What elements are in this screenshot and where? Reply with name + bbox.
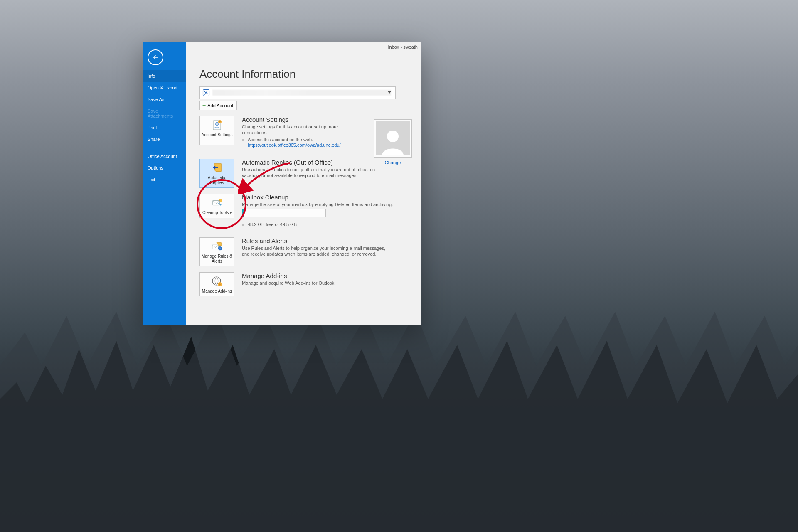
sidebar-item-office-account[interactable]: Office Account	[143, 150, 186, 162]
page-title: Account Information	[200, 68, 413, 81]
account-dropdown[interactable]	[200, 86, 396, 99]
main-panel: Account Information + Add Account	[186, 42, 421, 325]
add-account-button[interactable]: + Add Account	[200, 101, 237, 110]
section-mailbox-cleanup: Cleanup Tools ▾ Mailbox Cleanup Manage t…	[200, 194, 413, 232]
storage-bar	[242, 209, 326, 217]
outlook-backstage-window: Inbox - sweath Info Open & Export Save A…	[143, 42, 421, 325]
sidebar-item-save-attachments: Save Attachments	[143, 105, 186, 122]
addins-desc: Manage and acquire Web Add-ins for Outlo…	[242, 280, 413, 286]
account-settings-desc: Change settings for this account or set …	[242, 124, 350, 135]
sidebar-item-print[interactable]: Print	[143, 122, 186, 133]
manage-addins-button[interactable]: Manage Add-ins	[200, 272, 234, 296]
avatar-placeholder	[376, 121, 410, 155]
sidebar-item-exit[interactable]: Exit	[143, 174, 186, 185]
exchange-icon	[202, 89, 210, 96]
sidebar-separator	[148, 148, 181, 148]
addins-icon	[211, 276, 223, 287]
section-manage-addins: Manage Add-ins Manage Add-ins Manage and…	[200, 272, 413, 296]
sidebar-item-open-export[interactable]: Open & Export	[143, 82, 186, 94]
addins-title: Manage Add-ins	[242, 272, 413, 279]
rules-alerts-desc: Use Rules and Alerts to help organize yo…	[242, 245, 392, 257]
backstage-sidebar: Info Open & Export Save As Save Attachme…	[143, 42, 186, 325]
sidebar-menu-upper: Info Open & Export Save As Save Attachme…	[143, 70, 186, 185]
storage-used-fill	[242, 209, 244, 217]
change-photo-link[interactable]: Change	[374, 160, 412, 165]
avatar-frame	[374, 119, 412, 158]
automatic-replies-desc: Use automatic replies to notify others t…	[242, 167, 392, 178]
storage-text: 48.2 GB free of 49.5 GB	[248, 222, 413, 227]
manage-rules-button[interactable]: Manage Rules & Alerts	[200, 237, 234, 266]
account-avatar-block: Change	[374, 119, 412, 165]
add-account-label: Add Account	[207, 103, 233, 108]
account-email-redacted	[212, 90, 391, 96]
account-settings-icon	[211, 119, 223, 131]
account-settings-title: Account Settings	[242, 116, 350, 123]
person-icon	[378, 126, 408, 155]
back-button[interactable]	[148, 49, 163, 65]
rules-alerts-icon	[211, 241, 223, 252]
section-rules-alerts: Manage Rules & Alerts Rules and Alerts U…	[200, 237, 413, 266]
automatic-replies-button[interactable]: Automatic Replies	[200, 159, 234, 188]
mailbox-cleanup-desc: Manage the size of your mailbox by empty…	[242, 202, 413, 207]
automatic-replies-title: Automatic Replies (Out of Office)	[242, 159, 392, 166]
sidebar-item-info[interactable]: Info	[143, 70, 186, 82]
svg-point-3	[215, 122, 219, 126]
cleanup-tools-button[interactable]: Cleanup Tools ▾	[200, 194, 234, 218]
mailbox-cleanup-title: Mailbox Cleanup	[242, 194, 413, 201]
back-arrow-icon	[152, 54, 159, 61]
owa-link[interactable]: https://outlook.office365.com/owa/ad.unc…	[248, 142, 350, 148]
desktop-background: Inbox - sweath Info Open & Export Save A…	[0, 0, 798, 532]
account-settings-button[interactable]: Account Settings ▾	[200, 116, 234, 145]
account-settings-subline: Access this account on the web.	[248, 137, 350, 142]
cleanup-tools-icon	[211, 197, 223, 209]
sidebar-item-share[interactable]: Share	[143, 133, 186, 145]
plus-icon: +	[202, 103, 206, 108]
automatic-replies-icon	[211, 162, 223, 174]
chevron-down-icon: ▾	[216, 138, 218, 142]
sidebar-item-options[interactable]: Options	[143, 162, 186, 174]
rules-alerts-title: Rules and Alerts	[242, 237, 392, 244]
chevron-down-icon	[388, 91, 391, 94]
chevron-down-icon: ▾	[230, 211, 232, 215]
svg-point-1	[387, 131, 399, 142]
sidebar-item-save-as[interactable]: Save As	[143, 94, 186, 105]
